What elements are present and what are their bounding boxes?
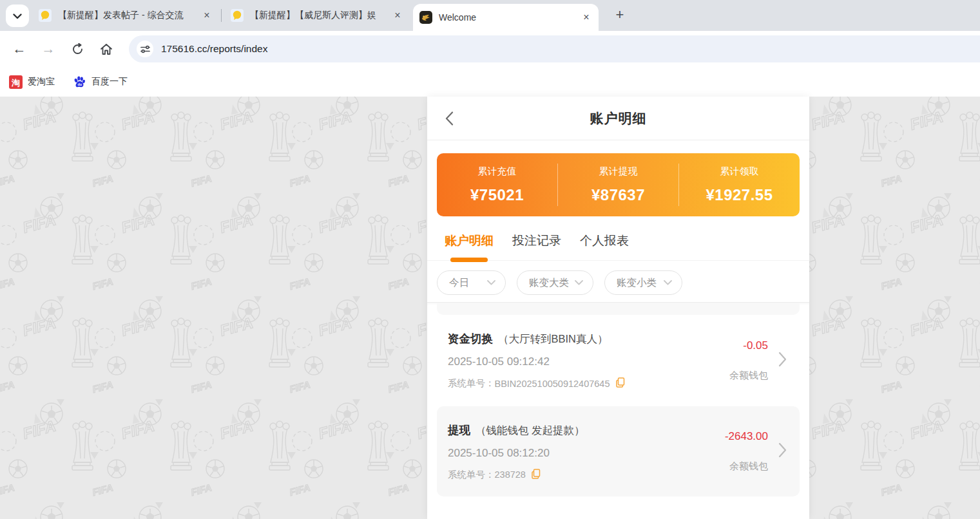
partially-scrolled-record bbox=[437, 303, 800, 315]
forward-button[interactable]: → bbox=[35, 36, 61, 62]
close-icon[interactable]: × bbox=[392, 10, 403, 21]
page-title: 账户明细 bbox=[590, 109, 647, 127]
taobao-icon: 淘 bbox=[9, 75, 23, 89]
record-note: （钱能钱包 发起提款） bbox=[476, 424, 585, 438]
record-wallet: 余额钱包 bbox=[725, 460, 768, 473]
bookmark-taobao[interactable]: 淘 爱淘宝 bbox=[9, 75, 55, 89]
stat-total-deposit: 累计充值 ¥75021 bbox=[437, 165, 557, 204]
tab-casino-review[interactable]: 【新提醒】【威尼斯人评测】娱 × bbox=[224, 0, 410, 31]
back-button[interactable]: ← bbox=[6, 36, 32, 62]
forum-favicon-icon bbox=[39, 9, 52, 22]
tab-bet-records[interactable]: 投注记录 bbox=[512, 232, 561, 260]
totals-card: 累计充值 ¥75021 累计提现 ¥87637 累计领取 ¥1927.55 bbox=[437, 153, 800, 216]
tab-account-detail[interactable]: 账户明细 bbox=[445, 232, 494, 260]
record-row[interactable]: 资金切换 （大厅转到BBIN真人） 2025-10-05 09:12:42 系统… bbox=[437, 315, 800, 406]
copy-icon[interactable] bbox=[616, 377, 625, 390]
page-content: FIFA FIFA FIFA 账户明细 累计充值 ¥75021 bbox=[0, 97, 980, 519]
chevron-down-icon bbox=[13, 10, 22, 22]
stat-total-withdraw: 累计提现 ¥87637 bbox=[558, 165, 678, 204]
chevron-down-icon bbox=[487, 280, 495, 285]
bookmark-baidu[interactable]: du 百度一下 bbox=[73, 75, 128, 89]
address-bar[interactable]: 175616.cc/reports/index bbox=[129, 35, 980, 62]
bookmarks-bar: 淘 爱淘宝 du 百度一下 bbox=[0, 67, 980, 97]
tab-title: Welcome bbox=[439, 12, 577, 23]
section-tabs: 账户明细 投注记录 个人报表 bbox=[427, 216, 809, 261]
record-amount: -0.05 bbox=[729, 339, 768, 352]
record-note: （大厅转到BBIN真人） bbox=[498, 332, 608, 346]
filter-minor-type-dropdown[interactable]: 账变小类 bbox=[604, 270, 682, 295]
record-type: 资金切换 bbox=[448, 331, 493, 346]
panel-header: 账户明细 bbox=[427, 97, 809, 140]
reload-button[interactable] bbox=[64, 36, 90, 62]
filter-bar: 今日 账变大类 账变小类 bbox=[427, 261, 809, 302]
url-text: 175616.cc/reports/index bbox=[161, 43, 267, 55]
record-time: 2025-10-05 08:12:20 bbox=[448, 447, 725, 460]
svg-text:淘: 淘 bbox=[11, 77, 20, 87]
tab-forum-post[interactable]: 【新提醒】发表帖子 - 综合交流 × bbox=[32, 0, 219, 31]
record-wallet: 余额钱包 bbox=[729, 370, 768, 382]
svg-text:du: du bbox=[77, 82, 82, 86]
copy-icon[interactable] bbox=[532, 469, 541, 481]
tab-strip: 【新提醒】发表帖子 - 综合交流 × 【新提醒】【威尼斯人评测】娱 × Welc… bbox=[0, 0, 980, 31]
record-list: 资金切换 （大厅转到BBIN真人） 2025-10-05 09:12:42 系统… bbox=[427, 302, 809, 496]
browser-toolbar: ← → 175616.cc/reports/index bbox=[0, 31, 980, 67]
record-type: 提现 bbox=[448, 422, 470, 438]
filter-major-type-dropdown[interactable]: 账变大类 bbox=[517, 270, 593, 295]
record-row[interactable]: 提现 （钱能钱包 发起提款） 2025-10-05 08:12:20 系统单号：… bbox=[437, 406, 800, 496]
active-tab-underline bbox=[450, 258, 488, 262]
filter-date-dropdown[interactable]: 今日 bbox=[437, 270, 506, 295]
browser-window: 【新提醒】发表帖子 - 综合交流 × 【新提醒】【威尼斯人评测】娱 × Welc… bbox=[0, 0, 980, 97]
chevron-down-icon bbox=[664, 280, 672, 285]
site-settings-icon[interactable] bbox=[137, 41, 153, 57]
account-detail-panel: 账户明细 累计充值 ¥75021 累计提现 ¥87637 累计领取 ¥1927.… bbox=[427, 97, 809, 519]
new-tab-button[interactable]: + bbox=[611, 6, 629, 24]
tab-title: 【新提醒】【威尼斯人评测】娱 bbox=[250, 10, 388, 21]
close-icon[interactable]: × bbox=[581, 12, 592, 23]
order-label: 系统单号： bbox=[448, 469, 495, 481]
tab-search-button[interactable] bbox=[6, 5, 29, 27]
tab-personal-report[interactable]: 个人报表 bbox=[580, 232, 629, 260]
chevron-right-icon[interactable] bbox=[778, 442, 791, 460]
back-chevron-button[interactable] bbox=[445, 111, 461, 126]
order-number: 238728 bbox=[495, 469, 526, 480]
order-number: BBIN202510050912407645 bbox=[495, 379, 610, 389]
site-favicon-icon bbox=[419, 11, 432, 24]
close-icon[interactable]: × bbox=[201, 10, 213, 21]
chevron-down-icon bbox=[575, 280, 583, 285]
tab-welcome[interactable]: Welcome × bbox=[413, 4, 599, 31]
chevron-right-icon[interactable] bbox=[778, 352, 791, 370]
tab-separator bbox=[221, 9, 222, 22]
forum-favicon-icon bbox=[231, 9, 244, 22]
record-amount: -2643.00 bbox=[725, 430, 768, 443]
order-label: 系统单号： bbox=[448, 377, 495, 390]
home-button[interactable] bbox=[93, 36, 119, 62]
record-time: 2025-10-05 09:12:42 bbox=[448, 355, 729, 368]
baidu-paw-icon: du bbox=[73, 75, 86, 89]
tab-title: 【新提醒】发表帖子 - 综合交流 bbox=[58, 10, 197, 21]
stat-total-claimed: 累计领取 ¥1927.55 bbox=[679, 165, 800, 204]
